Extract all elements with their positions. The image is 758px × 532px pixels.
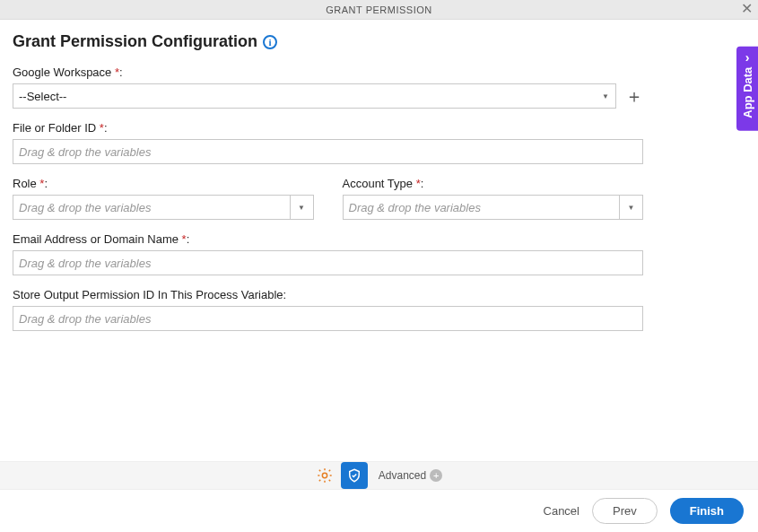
field-email-domain: Email Address or Domain Name *: <box>13 232 643 275</box>
gear-icon[interactable] <box>316 467 334 484</box>
row-role-account: Role *: ▼ Account Type *: ▼ <box>13 177 643 220</box>
google-workspace-select-wrap <box>13 83 616 109</box>
content-area: Grant Permission Configuration i Google … <box>0 20 758 331</box>
field-file-folder-id: File or Folder ID *: <box>13 121 643 164</box>
store-output-input[interactable] <box>13 306 643 331</box>
cancel-button[interactable]: Cancel <box>544 504 579 518</box>
field-store-output: Store Output Permission ID In This Proce… <box>13 288 643 331</box>
store-output-label: Store Output Permission ID In This Proce… <box>13 288 643 301</box>
account-type-label: Account Type *: <box>343 177 644 190</box>
bottom-toolbar: Advanced + <box>0 461 758 490</box>
info-icon[interactable]: i <box>263 35 277 49</box>
finish-button[interactable]: Finish <box>670 498 744 524</box>
email-domain-label: Email Address or Domain Name *: <box>13 232 643 246</box>
field-role: Role *: ▼ <box>13 177 314 220</box>
plus-circle-icon: + <box>430 469 442 482</box>
advanced-link[interactable]: Advanced + <box>379 469 442 482</box>
field-google-workspace: Google Workspace *: ＋ <box>13 65 643 109</box>
dialog-title: GRANT PERMISSION <box>326 4 431 15</box>
file-folder-id-input[interactable] <box>13 139 643 164</box>
add-workspace-plus-icon[interactable]: ＋ <box>625 87 643 105</box>
app-data-side-tab[interactable]: App Data › <box>736 47 758 131</box>
google-workspace-label: Google Workspace *: <box>13 65 643 79</box>
dialog-header: GRANT PERMISSION ✕ <box>0 0 758 20</box>
prev-button[interactable]: Prev <box>592 498 658 524</box>
dialog-footer: Cancel Prev Finish <box>0 490 758 532</box>
google-workspace-select[interactable] <box>13 83 616 109</box>
account-type-dropdown-icon[interactable]: ▼ <box>620 195 643 220</box>
chevron-left-icon: › <box>745 50 750 65</box>
file-folder-id-label: File or Folder ID *: <box>13 121 643 135</box>
role-input[interactable] <box>13 195 291 220</box>
field-account-type: Account Type *: ▼ <box>343 177 644 220</box>
page-title: Grant Permission Configuration i <box>13 32 745 51</box>
account-type-input[interactable] <box>343 195 621 220</box>
svg-point-0 <box>322 473 327 477</box>
role-label: Role *: <box>13 177 314 190</box>
email-domain-input[interactable] <box>13 250 643 275</box>
shield-icon[interactable] <box>341 462 368 489</box>
side-tab-label: App Data <box>741 67 754 118</box>
close-icon[interactable]: ✕ <box>741 2 753 16</box>
role-dropdown-icon[interactable]: ▼ <box>291 195 314 220</box>
